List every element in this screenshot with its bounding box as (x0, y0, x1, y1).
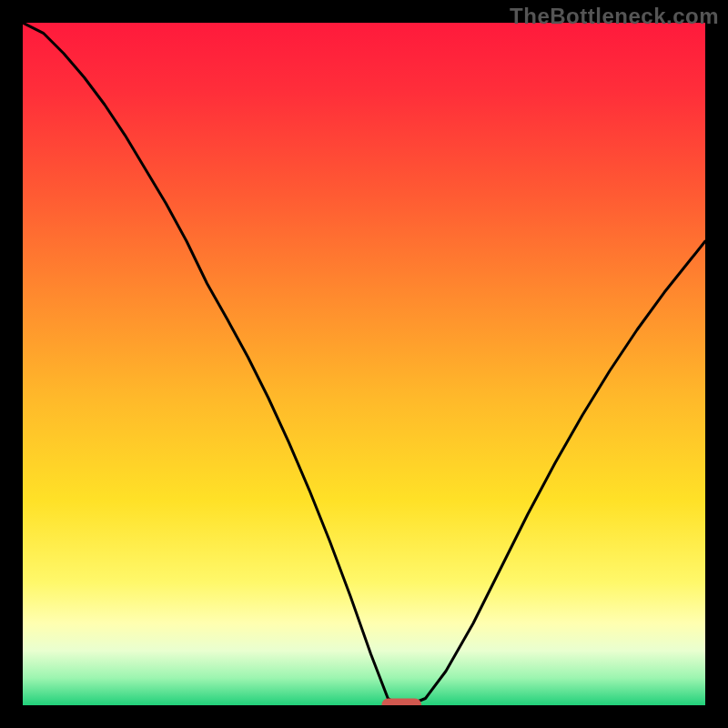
bottleneck-curve-plot (23, 23, 705, 705)
watermark-text: TheBottleneck.com (510, 4, 719, 29)
chart-frame: TheBottleneck.com (0, 0, 728, 728)
optimal-marker (382, 699, 422, 706)
gradient-background (23, 23, 705, 705)
plot-svg (23, 23, 705, 705)
